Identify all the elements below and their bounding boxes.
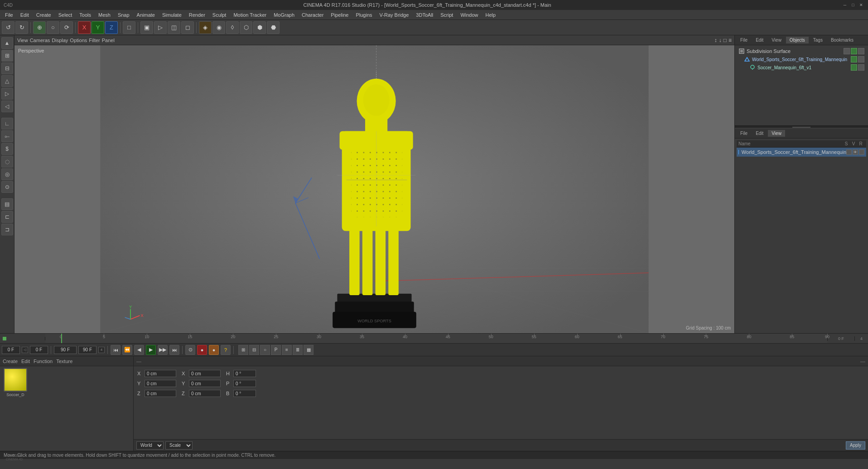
maximize-button[interactable]: □	[850, 2, 856, 8]
help-btn[interactable]: ?	[221, 345, 231, 355]
new-object-button[interactable]: ⊕	[33, 21, 46, 34]
step-back-btn[interactable]: ⏪	[122, 345, 132, 355]
sidebar-tool-9[interactable]: ⊐	[1, 224, 13, 235]
sidebar-mode-4[interactable]: △	[1, 75, 13, 87]
display-mode-2[interactable]: ◉	[212, 21, 225, 34]
attr-object-row[interactable]: World_Sports_Soccer_6ft_Training_Mannequ…	[737, 148, 866, 157]
omtab-view[interactable]: View	[768, 37, 785, 43]
timeline-ruler[interactable]: 0 5 10 15 20 25 30 35 40 45 50 55 60 65 …	[45, 334, 827, 343]
render-all-btn[interactable]: ◫	[168, 21, 180, 34]
close-button[interactable]: ✕	[858, 2, 864, 8]
vp-tab-panel[interactable]: Panel	[102, 38, 115, 43]
subdivision-vis-eye[interactable]	[851, 48, 857, 54]
omtab-objects[interactable]: Objects	[786, 37, 809, 43]
menu-character[interactable]: Character	[299, 11, 327, 19]
minimize-button[interactable]: ─	[842, 2, 848, 8]
mat-tab-create[interactable]: Create	[3, 359, 18, 364]
amtab-edit[interactable]: Edit	[752, 130, 767, 137]
coord-x-pos[interactable]	[145, 370, 176, 377]
obj-r-icon[interactable]	[859, 149, 864, 155]
ws-render[interactable]	[858, 56, 864, 62]
sidebar-tool-2[interactable]: ⟜	[1, 130, 13, 142]
display-mode-5[interactable]: ⬢	[253, 21, 266, 34]
coord-space-dropdown[interactable]: World Object	[136, 441, 164, 450]
menu-pipeline[interactable]: Pipeline	[328, 11, 352, 19]
sidebar-tool-1[interactable]: ∟	[1, 118, 13, 129]
vp-tab-display[interactable]: Display	[52, 38, 68, 43]
record-btn[interactable]: ●	[197, 345, 207, 355]
window-controls[interactable]: ─ □ ✕	[842, 2, 864, 8]
end-frame-field[interactable]: 90 F	[54, 346, 77, 354]
sidebar-mode-2[interactable]: ⊞	[1, 50, 13, 62]
sidebar-mode-1[interactable]: ▲	[1, 37, 13, 49]
mat-tab-function[interactable]: Function	[34, 359, 53, 364]
subdivision-render-check[interactable]	[858, 48, 864, 54]
viewport-main[interactable]: Perspective Grid Spacing : 100 cm	[14, 45, 734, 333]
rotate-button[interactable]: ⟳	[60, 21, 73, 34]
menu-select[interactable]: Select	[55, 11, 76, 19]
vp-icon-3[interactable]: □	[723, 37, 727, 43]
snap-btn-2[interactable]: ⊟	[249, 345, 259, 355]
vp-tab-view[interactable]: View	[17, 38, 28, 43]
sidebar-tool-4[interactable]: ◌	[1, 156, 13, 168]
menu-file[interactable]: File	[2, 11, 16, 19]
record-auto-btn[interactable]: ●	[209, 345, 219, 355]
coord-y-pos[interactable]	[145, 380, 176, 387]
tree-item-soccer-mannequin[interactable]: Soccer_Mannequin_6ft_v1	[737, 63, 866, 72]
tree-item-subdivision[interactable]: Subdivision Surface	[737, 47, 866, 55]
menu-3dtoall[interactable]: 3DToAll	[413, 11, 436, 19]
menu-window[interactable]: Window	[457, 11, 481, 19]
playhead[interactable]	[61, 334, 62, 343]
amtab-view[interactable]: View	[768, 130, 785, 137]
vp-icon-4[interactable]: ≡	[728, 37, 732, 43]
vp-tab-cameras[interactable]: Cameras	[30, 38, 50, 43]
ws-vis-eye[interactable]	[851, 56, 857, 62]
record-mode-btn[interactable]: ⊙	[185, 345, 195, 355]
amtab-file[interactable]: File	[737, 130, 751, 137]
sidebar-tool-3[interactable]: $	[1, 143, 13, 155]
play-fwd-btn[interactable]: ▶▶	[158, 345, 168, 355]
sidebar-tool-6[interactable]: ⊙	[1, 181, 13, 193]
menu-plugins[interactable]: Plugins	[352, 11, 375, 19]
omtab-bookmarks[interactable]: Bookmarks	[827, 37, 857, 43]
sidebar-tool-5[interactable]: ◎	[1, 168, 13, 180]
coord-h-scale[interactable]	[233, 370, 256, 377]
menu-edit[interactable]: Edit	[17, 11, 32, 19]
snap-btn-p[interactable]: P	[271, 345, 281, 355]
undo-button[interactable]: ↺	[2, 21, 14, 34]
menu-render[interactable]: Render	[186, 11, 208, 19]
go-to-start-btn[interactable]: ⏮	[111, 345, 121, 355]
z-axis-button[interactable]: Z	[105, 21, 118, 34]
viewport-scene[interactable]: X Y WORLD SPORTS	[14, 45, 734, 333]
y-axis-button[interactable]: Y	[92, 21, 104, 34]
material-item-soccer[interactable]: Soccer_D	[2, 368, 29, 397]
x-axis-button[interactable]: X	[78, 21, 91, 34]
circle-button[interactable]: ○	[47, 21, 59, 34]
snap-btn-3[interactable]: ○	[260, 345, 270, 355]
tree-item-world-sports[interactable]: World_Sports_Soccer_6ft_Training_Mannequ…	[737, 55, 866, 63]
mat-tab-edit[interactable]: Edit	[21, 359, 30, 364]
snap-btn-7[interactable]: ▦	[304, 345, 313, 355]
vp-tab-filter[interactable]: Filter	[89, 38, 100, 43]
menu-snap[interactable]: Snap	[115, 11, 133, 19]
menu-create[interactable]: Create	[33, 11, 54, 19]
menu-vray[interactable]: V-Ray Bridge	[376, 11, 412, 19]
menu-motion-tracker[interactable]: Motion Tracker	[230, 11, 270, 19]
display-mode-1[interactable]: ◈	[199, 21, 212, 34]
render-region-btn[interactable]: ▣	[140, 21, 153, 34]
sm-vis-eye[interactable]	[851, 64, 857, 71]
display-mode-4[interactable]: ⬡	[240, 21, 252, 34]
frame-step-down[interactable]: ◁	[22, 347, 28, 353]
sidebar-tool-7[interactable]: ▤	[1, 198, 13, 210]
fps-field[interactable]: 90 F	[78, 346, 96, 354]
display-mode-3[interactable]: ◊	[226, 21, 239, 34]
sidebar-mode-6[interactable]: ◁	[1, 100, 13, 112]
omtab-edit[interactable]: Edit	[752, 37, 767, 43]
obj-v-icon[interactable]: 👁	[853, 149, 858, 155]
coord-b-scale[interactable]	[233, 390, 256, 397]
snap-btn-6[interactable]: ≣	[293, 345, 303, 355]
coord-apply-button[interactable]: Apply	[846, 441, 865, 450]
omtab-file[interactable]: File	[737, 37, 751, 43]
sidebar-mode-5[interactable]: ▷	[1, 88, 13, 100]
coord-z-pos[interactable]	[145, 390, 176, 397]
